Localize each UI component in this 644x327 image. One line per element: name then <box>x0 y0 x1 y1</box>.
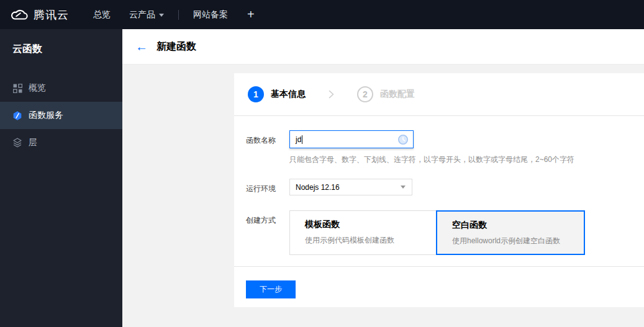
sidebar-item-overview[interactable]: 概览 <box>0 74 122 102</box>
create-function-panel: 1 基本信息 2 函数配置 函数 <box>234 73 644 307</box>
step-1-circle: 1 <box>248 86 264 102</box>
step-chevron-icon <box>329 90 334 99</box>
sidebar-menu: 概览 函数服务 层 <box>0 74 122 156</box>
nav-divider <box>178 10 179 20</box>
top-nav: 总览 云产品 网站备案 + <box>84 0 265 29</box>
function-name-hint: 只能包含字母、数字、下划线、连字符，以字母开头，以数字或字母结尾，2~60个字符 <box>289 155 574 165</box>
back-arrow-icon[interactable]: ← <box>135 40 148 53</box>
select-caret-icon <box>401 186 406 189</box>
sidebar-item-label: 函数服务 <box>29 110 63 121</box>
cloud-logo-icon <box>9 8 28 21</box>
runtime-row: 运行环境 Nodejs 12.16 <box>246 179 644 195</box>
brand-name: 腾讯云 <box>34 7 69 22</box>
sidebar-item-label: 层 <box>29 137 37 148</box>
card-template-function[interactable]: 模板函数 使用示例代码模板创建函数 <box>289 210 437 255</box>
content: 1 基本信息 2 函数配置 函数 <box>122 65 644 327</box>
panel-footer: 下一步 <box>234 266 644 307</box>
card-description: 使用helloworld示例创建空白函数 <box>452 236 578 246</box>
add-tab-button[interactable]: + <box>237 0 265 29</box>
step-2-label: 函数配置 <box>380 89 415 100</box>
step-function-config: 2 函数配置 <box>357 86 415 102</box>
function-name-value: jd <box>296 135 301 144</box>
runtime-select[interactable]: Nodejs 12.16 <box>289 179 412 195</box>
topbar: 腾讯云 总览 云产品 网站备案 + <box>0 0 644 29</box>
step-1-label: 基本信息 <box>271 89 306 100</box>
creation-method-cards: 模板函数 使用示例代码模板创建函数 空白函数 使用helloworld示例创建空… <box>289 210 585 255</box>
runtime-selected-value: Nodejs 12.16 <box>296 183 340 192</box>
sidebar-item-function-service[interactable]: 函数服务 <box>0 102 122 129</box>
main-area: ← 新建函数 1 基本信息 2 <box>122 29 644 327</box>
basic-info-form: 函数名称 jd <box>234 130 644 255</box>
sidebar-item-label: 概览 <box>29 83 46 94</box>
validating-clock-icon <box>397 134 409 145</box>
function-name-row: 函数名称 jd <box>246 130 644 165</box>
grid-icon <box>12 83 22 93</box>
nav-item-overview[interactable]: 总览 <box>84 0 120 29</box>
sidebar: 云函数 概览 <box>0 29 122 327</box>
sidebar-item-layers[interactable]: 层 <box>0 129 122 156</box>
creation-method-label: 创建方式 <box>246 210 289 255</box>
page-header: ← 新建函数 <box>122 29 644 65</box>
text-cursor <box>302 135 302 144</box>
step-basic-info: 1 基本信息 <box>248 86 306 102</box>
step-indicator: 1 基本信息 2 函数配置 <box>234 73 644 116</box>
sidebar-title: 云函数 <box>0 29 122 68</box>
function-name-input[interactable]: jd <box>289 130 414 148</box>
nav-item-cloud-products[interactable]: 云产品 <box>120 0 173 29</box>
runtime-label: 运行环境 <box>246 179 289 195</box>
chevron-down-icon <box>159 14 164 17</box>
layers-icon <box>12 138 22 148</box>
nav-item-icp-filing[interactable]: 网站备案 <box>184 0 237 29</box>
tencent-cloud-logo[interactable]: 腾讯云 <box>9 7 69 22</box>
page-title: 新建函数 <box>156 40 196 53</box>
card-blank-function[interactable]: 空白函数 使用helloworld示例创建空白函数 <box>436 210 585 255</box>
card-description: 使用示例代码模板创建函数 <box>305 235 430 246</box>
scf-hexagon-icon <box>12 110 22 120</box>
card-title: 空白函数 <box>452 220 578 231</box>
creation-method-row: 创建方式 模板函数 使用示例代码模板创建函数 空白函数 使用helloworld… <box>246 210 644 255</box>
step-2-circle: 2 <box>357 86 373 102</box>
card-title: 模板函数 <box>305 219 430 230</box>
next-step-button[interactable]: 下一步 <box>246 280 296 298</box>
function-name-label: 函数名称 <box>246 130 289 165</box>
